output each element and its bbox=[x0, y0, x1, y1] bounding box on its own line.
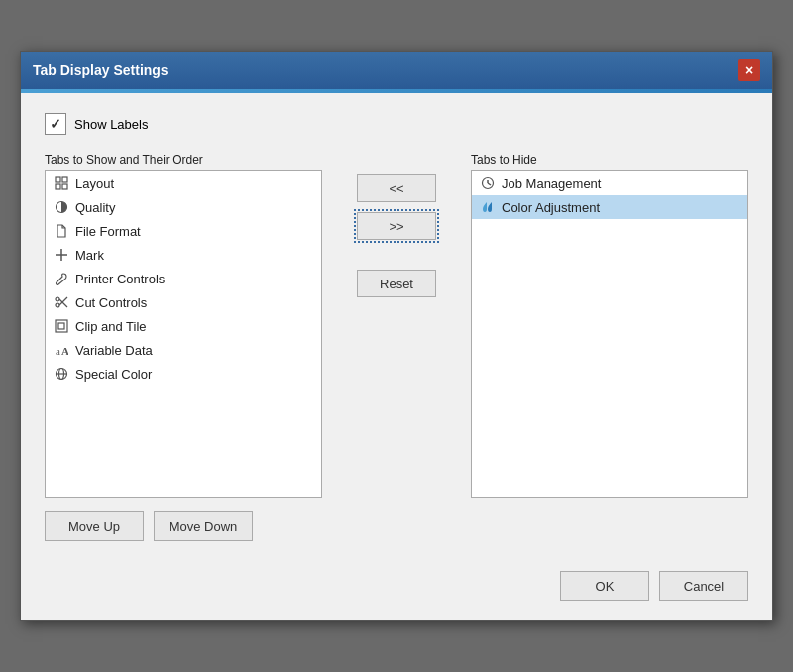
tabs-to-show-heading: Tabs to Show and Their Order bbox=[45, 153, 322, 167]
dialog-title: Tab Display Settings bbox=[33, 62, 169, 78]
mark-icon bbox=[54, 247, 69, 263]
tabs-to-hide-item-color-adjustment[interactable]: Color Adjustment bbox=[472, 195, 747, 219]
svg-rect-1 bbox=[62, 177, 67, 182]
show-labels-row: ✓ Show Labels bbox=[45, 113, 748, 135]
move-down-button[interactable]: Move Down bbox=[154, 511, 253, 541]
tabs-to-hide-item-job-management[interactable]: Job Management bbox=[472, 171, 747, 195]
tabs-to-show-item-cut-controls[interactable]: Cut Controls bbox=[46, 290, 321, 314]
tabs-to-hide-heading: Tabs to Hide bbox=[471, 153, 748, 167]
tabs-to-hide-label-job-management: Job Management bbox=[502, 176, 601, 191]
tabs-to-show-label-special-color: Special Color bbox=[75, 367, 152, 382]
show-labels-label: Show Labels bbox=[74, 117, 148, 132]
checkmark-icon: ✓ bbox=[50, 116, 61, 132]
tabs-to-show-item-special-color[interactable]: Special Color bbox=[46, 362, 321, 386]
svg-rect-12 bbox=[58, 323, 64, 329]
svg-text:a: a bbox=[56, 345, 60, 357]
dialog-body: ✓ Show Labels Tabs to Show and Their Ord… bbox=[21, 93, 772, 620]
tabs-to-show-item-file-format[interactable]: File Format bbox=[46, 219, 321, 243]
tabs-to-hide-listbox[interactable]: Job ManagementColor Adjustment bbox=[471, 170, 748, 498]
svg-point-8 bbox=[56, 303, 59, 307]
wrench-icon bbox=[54, 271, 69, 286]
dialog-actions: OK Cancel bbox=[45, 561, 748, 601]
move-buttons: Move Up Move Down bbox=[45, 511, 322, 541]
tabs-to-show-label-quality: Quality bbox=[75, 200, 115, 215]
title-bar: Tab Display Settings × bbox=[21, 52, 772, 89]
tabs-to-show-listbox[interactable]: LayoutQualityFile FormatMarkPrinter Cont… bbox=[45, 170, 322, 498]
tabs-to-show-label-mark: Mark bbox=[75, 248, 104, 263]
svg-point-7 bbox=[56, 297, 59, 301]
move-up-button[interactable]: Move Up bbox=[45, 511, 144, 541]
scissors-icon bbox=[54, 294, 69, 310]
svg-rect-3 bbox=[62, 184, 67, 189]
tabs-to-show-item-mark[interactable]: Mark bbox=[46, 243, 321, 267]
tabs-to-show-item-printer-controls[interactable]: Printer Controls bbox=[46, 267, 321, 290]
globe-icon bbox=[54, 366, 69, 382]
tabs-to-show-item-clip-tile[interactable]: Clip and Tile bbox=[46, 314, 321, 338]
drops-icon bbox=[480, 199, 496, 215]
svg-rect-11 bbox=[56, 320, 67, 332]
tabs-to-hide-label-color-adjustment: Color Adjustment bbox=[502, 200, 600, 215]
tabs-to-show-label-cut-controls: Cut Controls bbox=[75, 295, 147, 310]
tabs-to-show-label-layout: Layout bbox=[75, 176, 114, 191]
tabs-to-show-label-variable-data: Variable Data bbox=[75, 343, 153, 358]
show-labels-checkbox[interactable]: ✓ bbox=[45, 113, 66, 135]
tabs-to-show-label-file-format: File Format bbox=[75, 224, 141, 239]
close-button[interactable]: × bbox=[738, 59, 760, 81]
circle-half-icon bbox=[54, 199, 69, 215]
move-right-button[interactable]: >> bbox=[357, 212, 436, 240]
clock-icon bbox=[480, 175, 496, 191]
svg-line-20 bbox=[488, 183, 491, 185]
tabs-to-show-label-printer-controls: Printer Controls bbox=[75, 272, 165, 286]
dialog: Tab Display Settings × ✓ Show Labels Tab… bbox=[20, 51, 773, 621]
lists-area: Tabs to Show and Their Order LayoutQuali… bbox=[45, 153, 748, 541]
svg-rect-0 bbox=[56, 177, 60, 182]
tabs-to-show-item-quality[interactable]: Quality bbox=[46, 195, 321, 219]
center-buttons-area: << >> Reset bbox=[322, 174, 471, 297]
clip-icon bbox=[54, 318, 69, 334]
svg-text:A: A bbox=[61, 345, 68, 357]
svg-rect-2 bbox=[56, 184, 60, 189]
tabs-to-show-item-variable-data[interactable]: aAVariable Data bbox=[46, 338, 321, 362]
tabs-to-show-label-clip-tile: Clip and Tile bbox=[75, 319, 147, 334]
grid-icon bbox=[54, 175, 69, 191]
tabs-to-show-item-layout[interactable]: Layout bbox=[46, 171, 321, 195]
file-icon bbox=[54, 223, 69, 239]
ok-button[interactable]: OK bbox=[560, 571, 649, 601]
tabs-to-hide-section: Tabs to Hide Job ManagementColor Adjustm… bbox=[471, 153, 748, 498]
variable-icon: aA bbox=[54, 342, 69, 358]
cancel-button[interactable]: Cancel bbox=[659, 571, 748, 601]
move-left-button[interactable]: << bbox=[357, 174, 436, 202]
reset-button[interactable]: Reset bbox=[357, 270, 436, 297]
tabs-to-show-section: Tabs to Show and Their Order LayoutQuali… bbox=[45, 153, 322, 541]
